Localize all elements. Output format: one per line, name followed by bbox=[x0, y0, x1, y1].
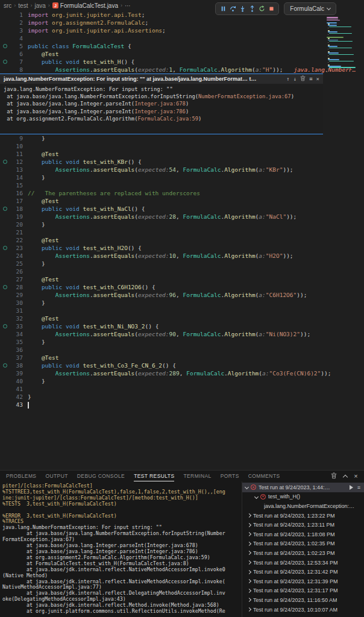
stop-icon[interactable] bbox=[267, 4, 275, 14]
code-text[interactable]: @Test bbox=[28, 150, 59, 158]
test-run-icon[interactable] bbox=[3, 207, 7, 211]
menu-icon[interactable]: ≡ bbox=[357, 484, 360, 490]
code-line[interactable]: 12 public void test_with_KBr() { bbox=[0, 158, 364, 166]
panel-tab-terminal[interactable]: TERMINAL bbox=[183, 471, 211, 481]
chevron-right-icon[interactable] bbox=[247, 560, 251, 565]
test-run-icon[interactable] bbox=[3, 324, 7, 328]
code-text[interactable]: } bbox=[28, 174, 45, 181]
code-text[interactable]: // The parentheses are replaced with und… bbox=[28, 189, 200, 197]
test-item-row[interactable]: ×test_with_H() bbox=[242, 492, 364, 502]
code-text[interactable]: import org.junit.jupiter.api.Assertions; bbox=[28, 27, 166, 34]
code-line[interactable]: 20 } bbox=[0, 221, 364, 228]
test-run-row[interactable]: Test run at 9/24/2023, 12:31:39 PM bbox=[242, 577, 364, 586]
code-line[interactable]: 4 bbox=[0, 34, 364, 42]
breadcrumb-item-file[interactable]: J FormulaCalcTest.java bbox=[52, 2, 118, 9]
code-line[interactable]: 18 public void test_with_NaCl() { bbox=[0, 205, 364, 213]
panel-tab-comments[interactable]: COMMENTS bbox=[248, 471, 280, 481]
code-line[interactable]: 23 public void test_with_H2O() { bbox=[0, 244, 364, 252]
panel-tab-test-results[interactable]: TEST RESULTS bbox=[134, 471, 174, 481]
close-icon[interactable]: × bbox=[316, 76, 319, 82]
code-line[interactable]: 16// The parentheses are replaced with u… bbox=[0, 189, 364, 197]
breadcrumb-item-java[interactable]: java bbox=[34, 2, 45, 9]
code-text[interactable]: } bbox=[28, 221, 45, 228]
code-line[interactable]: 26 bbox=[0, 268, 364, 275]
code-line[interactable]: 11 @Test bbox=[0, 150, 364, 158]
code-line[interactable]: 41 bbox=[0, 385, 364, 393]
code-line[interactable]: 21 bbox=[0, 228, 364, 236]
chevron-right-icon[interactable] bbox=[247, 532, 251, 536]
breadcrumb-item-src[interactable]: src bbox=[4, 2, 11, 9]
code-text[interactable]: public void test_with_H2O() { bbox=[28, 244, 142, 252]
code-line[interactable]: 24 Assertions.assertEquals(expected:10, … bbox=[0, 252, 364, 260]
test-run-row[interactable]: Test run at 9/24/2023, 1:18:08 PM bbox=[242, 530, 364, 539]
code-text[interactable]: Assertions.assertEquals(expected:10, For… bbox=[28, 252, 293, 260]
code-text[interactable]: Assertions.assertEquals(expected:289, Fo… bbox=[28, 369, 331, 377]
code-text[interactable]: Assertions.assertEquals(expected:54, For… bbox=[28, 166, 293, 174]
debug-config-dropdown[interactable]: FormulaCalc bbox=[284, 2, 336, 15]
code-text[interactable] bbox=[28, 401, 29, 409]
code-line[interactable]: 25 } bbox=[0, 260, 364, 268]
arrow-down-icon[interactable]: ↓ bbox=[293, 76, 297, 82]
chevron-right-icon[interactable] bbox=[247, 513, 251, 518]
code-text[interactable]: public void test_with_Ni_NO3_2() { bbox=[28, 322, 158, 330]
code-line[interactable]: 3import org.junit.jupiter.api.Assertions… bbox=[0, 27, 364, 34]
code-line[interactable]: 15 bbox=[0, 181, 364, 189]
code-text[interactable]: public void test_with_Co3_Fe_CN_6_2() { bbox=[28, 362, 176, 369]
chevron-right-icon[interactable] bbox=[247, 607, 251, 612]
panel-tab-problems[interactable]: PROBLEMS bbox=[6, 471, 36, 481]
test-run-row[interactable]: Test run at 9/24/2023, 1:02:35 PM bbox=[242, 539, 364, 549]
code-line[interactable]: 27 @Test bbox=[0, 275, 364, 283]
test-run-row[interactable]: Test run at 9/24/2023, 12:31:17 PM bbox=[242, 586, 364, 596]
chevron-right-icon[interactable] bbox=[247, 589, 251, 593]
code-line[interactable]: 37 @Test bbox=[0, 354, 364, 362]
code-text[interactable]: } bbox=[28, 134, 45, 142]
code-line[interactable]: 33 public void test_with_Ni_NO3_2() { bbox=[0, 322, 364, 330]
code-text[interactable]: import org.assignment2.FormulaCalc; bbox=[28, 19, 148, 27]
code-line[interactable]: 31 bbox=[0, 307, 364, 315]
stack-file-link[interactable]: NumberFormatException.java:67 bbox=[198, 93, 291, 99]
restart-icon[interactable] bbox=[257, 4, 266, 14]
code-line[interactable]: 32 @Test bbox=[0, 315, 364, 322]
code-line[interactable]: 10 bbox=[0, 142, 364, 150]
code-text[interactable]: } bbox=[28, 299, 45, 307]
trash-icon[interactable] bbox=[331, 472, 337, 480]
close-icon[interactable]: × bbox=[354, 473, 358, 480]
code-line[interactable]: 34 Assertions.assertEquals(expected:90, … bbox=[0, 330, 364, 338]
chevron-right-icon[interactable] bbox=[247, 598, 251, 602]
code-text[interactable]: public void test_with_C6H12O6() { bbox=[28, 283, 155, 291]
test-run-icon[interactable] bbox=[3, 160, 7, 164]
test-run-icon[interactable] bbox=[3, 246, 7, 250]
code-text[interactable]: } bbox=[28, 377, 45, 385]
code-line[interactable]: 5public class FormulaCalcTest { bbox=[0, 42, 364, 50]
stack-file-link[interactable]: Integer.java:786 bbox=[134, 108, 186, 114]
code-line[interactable]: 19 Assertions.assertEquals(expected:28, … bbox=[0, 213, 364, 221]
code-line[interactable]: 14 } bbox=[0, 174, 364, 181]
code-line[interactable]: 30 } bbox=[0, 299, 364, 307]
test-run-row[interactable]: Test run at 9/24/2023, 1:23:11 PM bbox=[242, 520, 364, 530]
code-editor[interactable]: 1import org.junit.jupiter.api.Test;2impo… bbox=[0, 11, 364, 470]
run-test-icon[interactable] bbox=[350, 485, 353, 490]
panel-tab-debug-console[interactable]: DEBUG CONSOLE bbox=[77, 471, 125, 481]
code-line[interactable]: 28 public void test_with_C6H12O6() { bbox=[0, 283, 364, 291]
panel-tab-ports[interactable]: PORTS bbox=[221, 471, 239, 481]
test-run-icon[interactable] bbox=[3, 44, 7, 48]
code-line[interactable]: 35 } bbox=[0, 338, 364, 346]
arrow-up-icon[interactable]: ↑ bbox=[286, 76, 289, 82]
test-run-icon[interactable] bbox=[3, 60, 7, 64]
code-text[interactable]: public class FormulaCalcTest { bbox=[28, 42, 131, 50]
test-run-row[interactable]: Test run at 9/24/2023, 11:16:50 AM bbox=[242, 595, 364, 605]
code-text[interactable]: @Test bbox=[28, 197, 59, 205]
code-text[interactable]: Assertions.assertEquals(expected:90, For… bbox=[28, 330, 310, 338]
code-line[interactable]: 43 bbox=[0, 401, 364, 409]
test-run-row[interactable]: Test run at 9/24/2023, 12:53:34 PM bbox=[242, 558, 364, 568]
test-run-row[interactable]: Test run at 9/24/2023, 1:23:22 PM bbox=[242, 511, 364, 521]
panel-tab-output[interactable]: OUTPUT bbox=[45, 471, 67, 481]
code-text[interactable]: } bbox=[28, 338, 45, 346]
test-run-row[interactable]: ×Test run at 9/24/2023, 1:44:…≡ bbox=[242, 483, 364, 492]
test-run-icon[interactable] bbox=[3, 285, 7, 289]
code-line[interactable]: 8 Assertions.assertEquals(expected:1, Fo… bbox=[0, 66, 364, 74]
list-icon[interactable]: ≡ bbox=[309, 76, 312, 82]
chevron-right-icon[interactable] bbox=[247, 523, 251, 527]
trash-icon[interactable] bbox=[300, 75, 306, 83]
test-run-row[interactable]: Test run at 9/24/2023, 1:02:23 PM bbox=[242, 548, 364, 558]
